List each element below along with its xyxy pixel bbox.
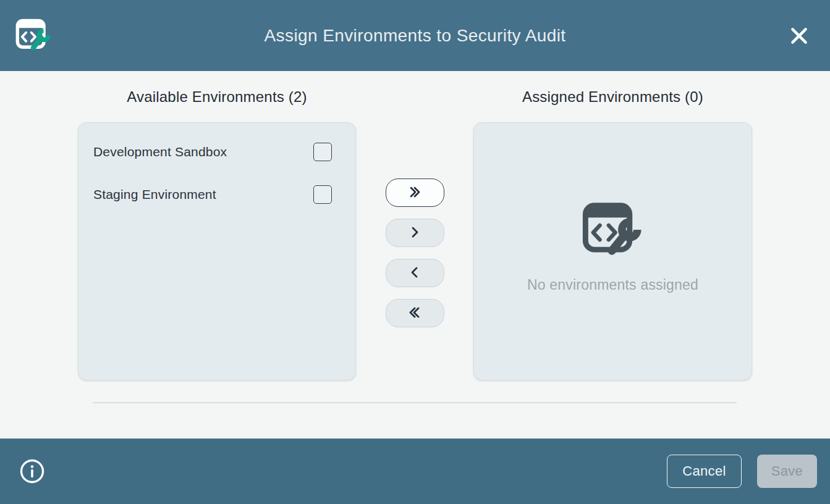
environment-name: Staging Environment <box>93 187 216 202</box>
dialog-header: Assign Environments to Security Audit <box>0 0 830 71</box>
dialog-footer: Cancel Save <box>0 439 830 504</box>
assigned-environments-title: Assigned Environments (0) <box>473 88 752 122</box>
move-all-left-button[interactable] <box>386 299 444 327</box>
assign-environments-dialog: Assign Environments to Security Audit Av… <box>0 0 830 504</box>
environment-name: Development Sandbox <box>93 145 227 159</box>
chevron-left-icon <box>408 266 421 281</box>
available-environments-list: Development Sandbox Staging Environment <box>78 123 355 216</box>
info-icon[interactable] <box>19 458 46 485</box>
double-chevron-right-icon <box>407 185 423 201</box>
available-environments-title: Available Environments (2) <box>78 88 356 122</box>
footer-divider <box>93 402 737 403</box>
environment-list-item: Development Sandbox <box>78 130 355 173</box>
app-logo-code-window-wrench-icon <box>15 16 53 54</box>
available-environments-panel: Development Sandbox Staging Environment <box>78 122 356 380</box>
cancel-button[interactable]: Cancel <box>667 455 742 488</box>
chevron-right-icon <box>408 225 421 241</box>
empty-state-code-window-wrench-icon <box>581 199 645 261</box>
move-left-button[interactable] <box>386 259 444 287</box>
dual-list-layout: Available Environments (2) Assigned Envi… <box>78 71 752 380</box>
assigned-environments-panel: No environments assigned <box>473 122 752 380</box>
move-right-button[interactable] <box>386 219 444 247</box>
double-chevron-left-icon <box>407 306 423 321</box>
dialog-body: Available Environments (2) Assigned Envi… <box>0 71 830 439</box>
save-button[interactable]: Save <box>757 455 817 488</box>
transfer-controls <box>356 122 473 380</box>
close-icon[interactable] <box>784 21 814 51</box>
environment-checkbox[interactable] <box>313 185 332 204</box>
dialog-title: Assign Environments to Security Audit <box>265 26 566 46</box>
move-all-right-button[interactable] <box>386 178 444 207</box>
environment-checkbox[interactable] <box>313 143 332 161</box>
empty-state-text: No environments assigned <box>527 277 698 293</box>
environment-list-item: Staging Environment <box>78 173 355 216</box>
